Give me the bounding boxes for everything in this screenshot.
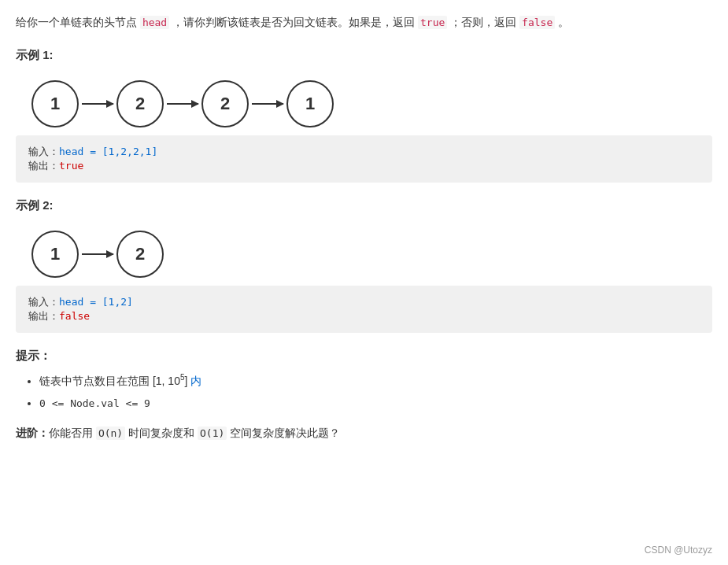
node-2a: 2: [116, 80, 164, 127]
intro-text-middle: ，请你判断该链表是否为回文链表。如果是，返回: [169, 16, 418, 28]
example1-diagram: 1 2 2 1: [16, 72, 712, 135]
example2-title: 示例 2:: [16, 198, 712, 213]
example1-input-label: 输入：: [28, 146, 59, 158]
example1-section: 示例 1: 1 2 2 1 输入：head = [1,2,2,1] 输出：tru…: [16, 48, 712, 183]
hint-section: 提示： 链表中节点数目在范围 [1, 105] 内 0 <= Node.val …: [16, 349, 712, 414]
hint-item-2-text: 0 <= Node.val <= 9: [39, 397, 150, 409]
example1-title: 示例 1:: [16, 48, 712, 63]
advance-text: 你能否用 O(n) 时间复杂度和 O(1) 空间复杂度解决此题？: [49, 427, 340, 439]
example2-output-line: 输出：false: [28, 309, 700, 323]
hint-item-1: 链表中节点数目在范围 [1, 105] 内: [39, 370, 712, 392]
intro-code-false: false: [519, 16, 555, 29]
node-2b: 2: [201, 80, 249, 127]
node-1b: 1: [286, 80, 334, 127]
example1-output-label: 输出：: [28, 161, 59, 172]
node-1a: 1: [31, 80, 79, 127]
example1-output-value: true: [59, 160, 83, 172]
hint-item-2: 0 <= Node.val <= 9: [39, 392, 712, 414]
example1-input-value: head = [1,2,2,1]: [59, 146, 157, 157]
example1-output-line: 输出：true: [28, 159, 700, 173]
example2-output-label: 输出：: [28, 311, 59, 323]
intro-paragraph: 给你一个单链表的头节点 head ，请你判断该链表是否为回文链表。如果是，返回 …: [16, 13, 712, 32]
example2-diagram: 1 2: [16, 223, 712, 286]
intro-text-end: 。: [555, 16, 569, 28]
example1-input-line: 输入：head = [1,2,2,1]: [28, 145, 700, 159]
intro-text-before: 给你一个单链表的头节点: [16, 16, 140, 28]
advance-section: 进阶：你能否用 O(n) 时间复杂度和 O(1) 空间复杂度解决此题？: [16, 427, 712, 441]
intro-text-between: ；否则，返回: [447, 16, 519, 28]
arrow-2: [167, 103, 198, 105]
node-e2-2: 2: [116, 231, 164, 278]
hint-item-1-text: 链表中节点数目在范围 [1, 105] 内: [39, 375, 201, 387]
hint-title: 提示：: [16, 349, 712, 364]
node-e2-1: 1: [31, 231, 79, 278]
hint-list: 链表中节点数目在范围 [1, 105] 内 0 <= Node.val <= 9: [16, 370, 712, 414]
arrow-3: [252, 103, 283, 105]
intro-code-true: true: [418, 16, 447, 29]
example1-code-block: 输入：head = [1,2,2,1] 输出：true: [16, 135, 712, 183]
arrow-1: [82, 103, 113, 105]
watermark: CSDN @Utozyz: [645, 545, 712, 556]
advance-prefix: 进阶：: [16, 427, 49, 439]
example2-input-line: 输入：head = [1,2]: [28, 295, 700, 309]
example2-code-block: 输入：head = [1,2] 输出：false: [16, 286, 712, 333]
arrow-e2-1: [82, 253, 113, 255]
example2-input-value: head = [1,2]: [59, 296, 133, 308]
intro-code-head: head: [140, 16, 169, 29]
example2-input-label: 输入：: [28, 297, 59, 308]
example2-output-value: false: [59, 310, 90, 322]
example2-section: 示例 2: 1 2 输入：head = [1,2] 输出：false: [16, 198, 712, 333]
